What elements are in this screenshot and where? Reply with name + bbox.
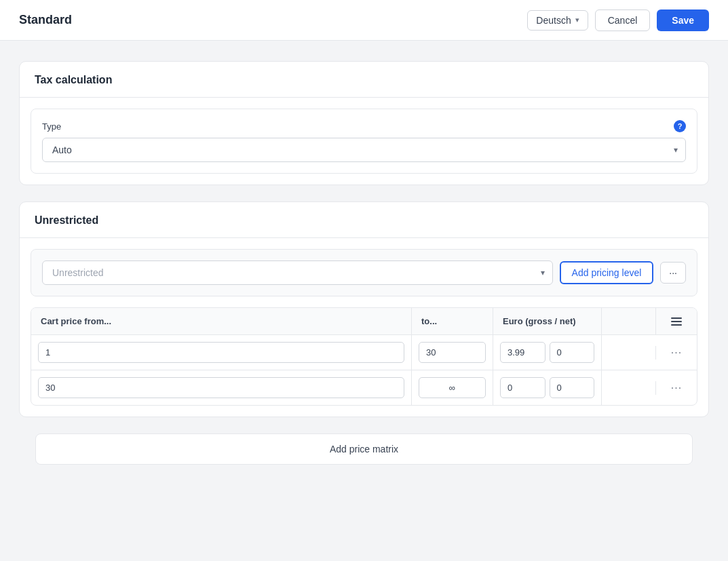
col-from-header: Cart price from... bbox=[31, 308, 412, 334]
type-select-wrapper: Auto Gross Net ▾ bbox=[42, 138, 686, 162]
table-row: ··· bbox=[31, 335, 697, 370]
help-icon[interactable]: ? bbox=[674, 120, 686, 132]
cell-to-2 bbox=[412, 370, 493, 405]
tax-card-title: Tax calculation bbox=[35, 74, 112, 85]
cell-price-1 bbox=[493, 335, 602, 370]
add-pricing-level-button[interactable]: Add pricing level bbox=[560, 261, 654, 284]
cell-actions-2: ··· bbox=[656, 375, 697, 401]
cell-extra-1 bbox=[602, 346, 656, 360]
net-input-2[interactable] bbox=[550, 377, 595, 398]
type-select[interactable]: Auto Gross Net bbox=[42, 138, 686, 162]
row-actions-button-1[interactable]: ··· bbox=[671, 347, 682, 359]
type-label: Type bbox=[42, 121, 61, 132]
to-input-2[interactable] bbox=[419, 377, 486, 398]
chevron-down-icon: ▾ bbox=[575, 16, 579, 24]
col-extra-header bbox=[602, 308, 656, 334]
header: Standard Deutsch ▾ Cancel Save bbox=[0, 0, 728, 41]
cell-extra-2 bbox=[602, 381, 656, 395]
row-actions-button-2[interactable]: ··· bbox=[671, 382, 682, 394]
more-options-button[interactable]: ··· bbox=[660, 262, 686, 284]
cell-actions-1: ··· bbox=[656, 340, 697, 366]
unrestricted-select[interactable]: Unrestricted bbox=[42, 260, 553, 285]
dots-icon: ··· bbox=[669, 267, 677, 278]
pricing-controls-panel: Unrestricted ▾ Add pricing level ··· bbox=[31, 249, 697, 296]
type-field-row: Type ? bbox=[42, 120, 686, 132]
table-header: Cart price from... to... Euro (gross / n… bbox=[31, 308, 697, 335]
tax-inner-panel: Type ? Auto Gross Net ▾ bbox=[31, 109, 697, 174]
unrestricted-card-title: Unrestricted bbox=[35, 214, 98, 226]
language-label: Deutsch bbox=[536, 15, 571, 26]
page-content: Tax calculation Type ? Auto Gross Net ▾ … bbox=[0, 41, 728, 501]
tax-calculation-card: Tax calculation Type ? Auto Gross Net ▾ bbox=[19, 61, 709, 185]
net-input-1[interactable] bbox=[550, 342, 595, 363]
add-price-matrix-button[interactable]: Add price matrix bbox=[35, 433, 693, 465]
header-actions: Deutsch ▾ Cancel Save bbox=[527, 9, 709, 31]
cell-price-2 bbox=[493, 370, 602, 405]
from-input-2[interactable] bbox=[38, 377, 404, 398]
cell-to-1 bbox=[412, 335, 493, 370]
tax-card-header: Tax calculation bbox=[20, 62, 708, 98]
cell-from-2 bbox=[31, 370, 412, 405]
save-button[interactable]: Save bbox=[657, 9, 709, 31]
gross-input-1[interactable] bbox=[500, 342, 545, 363]
column-settings-icon[interactable] bbox=[671, 317, 682, 326]
col-price-header: Euro (gross / net) bbox=[493, 308, 602, 334]
price-table: Cart price from... to... Euro (gross / n… bbox=[31, 307, 697, 406]
cancel-button[interactable]: Cancel bbox=[595, 9, 651, 31]
col-to-header: to... bbox=[412, 308, 493, 334]
pricing-controls: Unrestricted ▾ Add pricing level ··· bbox=[42, 260, 686, 285]
table-row: ··· bbox=[31, 370, 697, 405]
from-input-1[interactable] bbox=[38, 342, 404, 363]
language-selector[interactable]: Deutsch ▾ bbox=[527, 10, 588, 31]
unrestricted-card-header: Unrestricted bbox=[20, 202, 708, 238]
col-actions-header bbox=[656, 308, 697, 334]
gross-input-2[interactable] bbox=[500, 377, 545, 398]
unrestricted-card: Unrestricted Unrestricted ▾ Add pricing … bbox=[19, 201, 709, 417]
unrestricted-select-wrapper: Unrestricted ▾ bbox=[42, 260, 553, 285]
cell-from-1 bbox=[31, 335, 412, 370]
page-title: Standard bbox=[19, 13, 72, 27]
to-input-1[interactable] bbox=[419, 342, 486, 363]
